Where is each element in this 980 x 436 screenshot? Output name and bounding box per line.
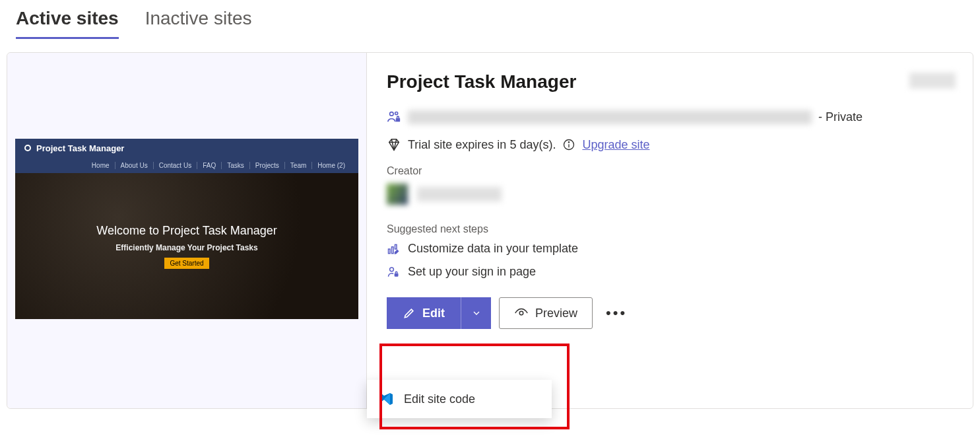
edit-label: Edit: [422, 307, 445, 320]
site-title: Project Task Manager: [387, 71, 953, 92]
diamond-icon: [387, 137, 401, 152]
svg-rect-8: [395, 244, 397, 249]
creator-name-redacted: x: [417, 187, 502, 201]
upgrade-site-link[interactable]: Upgrade site: [582, 138, 649, 152]
svg-point-5: [569, 142, 570, 143]
creator-label: Creator: [387, 165, 953, 177]
step-signin-label: Set up your sign in page: [408, 265, 536, 279]
redacted-url: xxxxxxxxxxxxxxxxxxxxxxxxxxxxxxxxxxxxxxxx…: [408, 110, 812, 124]
edit-site-code-item[interactable]: Edit site code: [404, 392, 475, 406]
creator-avatar: [387, 184, 408, 205]
eye-icon: [514, 306, 529, 320]
trial-row: Trial site expires in 5 day(s). Upgrade …: [387, 137, 953, 152]
svg-point-9: [390, 267, 394, 271]
people-lock-icon: [387, 110, 401, 124]
thumb-nav-item: Contact Us: [159, 162, 197, 169]
thumb-hero-sub: Efficiently Manage Your Project Tasks: [115, 243, 257, 252]
thumb-nav-item: Tasks: [227, 162, 250, 169]
details-pane: Project Task Manager xxxxxxxxxxxxxxxxxxx…: [367, 53, 973, 408]
edit-button[interactable]: Edit: [387, 297, 461, 329]
thumb-nav-item: Home: [92, 162, 115, 169]
thumb-cta-button: Get Started: [164, 258, 209, 269]
svg-rect-7: [392, 246, 394, 253]
creator-row: x: [387, 184, 953, 205]
step-customize-data[interactable]: Customize data in your template: [387, 242, 953, 256]
thumb-logo-icon: [24, 145, 31, 151]
edit-dropdown-menu: Edit site code: [367, 380, 552, 418]
visibility-row: xxxxxxxxxxxxxxxxxxxxxxxxxxxxxxxxxxxxxxxx…: [387, 110, 953, 124]
trial-text: Trial site expires in 5 day(s).: [408, 138, 556, 152]
chart-edit-icon: [387, 242, 400, 256]
thumb-nav-item: Team: [290, 162, 312, 169]
preview-label: Preview: [535, 307, 577, 320]
thumb-hero-title: Welcome to Project Task Manager: [96, 224, 277, 238]
redacted-badge: [909, 73, 956, 89]
info-icon[interactable]: [562, 138, 575, 151]
thumb-nav-item: Home (2): [317, 162, 350, 169]
tab-inactive-sites[interactable]: Inactive sites: [145, 8, 252, 39]
chevron-down-icon: [471, 308, 482, 318]
step-customize-label: Customize data in your template: [408, 242, 578, 256]
edit-split-button: Edit: [387, 297, 491, 329]
action-bar: Edit Preview •••: [387, 297, 953, 329]
thumb-hero: Welcome to Project Task Manager Efficien…: [15, 173, 358, 319]
preview-button[interactable]: Preview: [499, 297, 593, 329]
thumbnail-pane: Project Task Manager Home About Us Conta…: [7, 53, 367, 408]
pencil-icon: [403, 307, 416, 320]
site-thumbnail[interactable]: Project Task Manager Home About Us Conta…: [15, 139, 358, 319]
svg-point-11: [519, 311, 523, 315]
step-signin-page[interactable]: Set up your sign in page: [387, 265, 953, 279]
more-actions-button[interactable]: •••: [601, 305, 632, 322]
thumb-header: Project Task Manager: [15, 139, 358, 157]
svg-rect-2: [396, 118, 400, 122]
person-lock-icon: [387, 266, 400, 279]
visibility-label: - Private: [818, 110, 863, 124]
site-card: Project Task Manager Home About Us Conta…: [7, 52, 973, 409]
vscode-icon: [379, 391, 395, 407]
svg-point-0: [390, 112, 394, 116]
site-tabs: Active sites Inactive sites: [0, 0, 980, 39]
svg-rect-10: [395, 273, 399, 276]
edit-dropdown-toggle[interactable]: [461, 297, 491, 329]
svg-rect-6: [389, 249, 391, 254]
svg-point-1: [395, 112, 398, 114]
thumb-nav: Home About Us Contact Us FAQ Tasks Proje…: [15, 157, 358, 173]
thumb-nav-item: Projects: [255, 162, 285, 169]
suggested-label: Suggested next steps: [387, 223, 953, 235]
thumb-nav-item: FAQ: [203, 162, 222, 169]
thumb-nav-item: About Us: [121, 162, 154, 169]
tab-active-sites[interactable]: Active sites: [16, 8, 119, 39]
thumb-title: Project Task Manager: [36, 143, 124, 153]
